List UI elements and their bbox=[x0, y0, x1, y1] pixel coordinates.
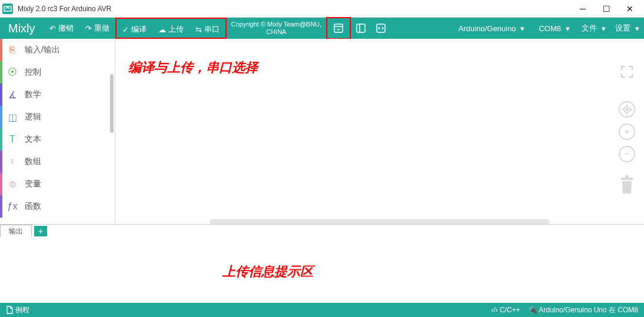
category-label: 逻辑 bbox=[25, 112, 41, 122]
main-area: ⎘ 输入/输出 ⦿ 控制 ∡ 数学 ◫ 逻辑 T 文本 ⦂ 数组 ⦶ 变量 ƒx… bbox=[0, 39, 644, 224]
category-icon: ∡ bbox=[6, 88, 19, 101]
serial-button[interactable]: ⇆ 串口 bbox=[190, 19, 225, 40]
upload-icon: ☁ bbox=[158, 25, 166, 34]
annotation-box-compile: ✓ 编译 ☁ 上传 ⇆ 串口 bbox=[115, 18, 227, 39]
category-icon: T bbox=[6, 133, 19, 146]
canvas-controls: + − bbox=[618, 65, 636, 194]
code-icon: ‹/› bbox=[491, 306, 497, 314]
svg-rect-2 bbox=[357, 24, 365, 32]
examples-link[interactable]: 例程 bbox=[15, 305, 29, 315]
compile-button[interactable]: ✓ 编译 bbox=[117, 19, 152, 40]
category-label: 数组 bbox=[25, 156, 41, 167]
upload-button[interactable]: ☁ 上传 bbox=[152, 19, 190, 40]
category-color-strip bbox=[0, 195, 2, 218]
category-icon: ⎘ bbox=[6, 44, 19, 56]
annotation-box-panel bbox=[326, 17, 351, 39]
svg-rect-11 bbox=[621, 178, 633, 180]
close-button[interactable]: ✕ bbox=[618, 1, 642, 17]
zoom-out-button[interactable]: − bbox=[619, 146, 635, 162]
statusbar: 例程 ‹/› C/C++ 🔌 Arduino/Genuino Uno 在 COM… bbox=[0, 303, 644, 317]
category-icon: ⦂ bbox=[6, 155, 19, 168]
annotation-text-bottom: 上传信息提示区 bbox=[223, 263, 313, 281]
chevron-down-icon: ▾ bbox=[635, 24, 639, 33]
board-status[interactable]: 🔌 Arduino/Genuino Uno 在 COM8 bbox=[529, 305, 638, 315]
output-panel: 上传信息提示区 bbox=[0, 237, 644, 303]
category-color-strip bbox=[0, 61, 2, 84]
category-item[interactable]: T 文本 bbox=[0, 128, 115, 151]
code-view-button[interactable] bbox=[372, 19, 390, 37]
category-color-strip bbox=[0, 173, 2, 195]
category-label: 输入/输出 bbox=[25, 45, 60, 55]
svg-point-6 bbox=[626, 109, 628, 111]
port-dropdown[interactable]: COM8 ▾ bbox=[532, 18, 577, 39]
check-icon: ✓ bbox=[122, 25, 129, 34]
output-tab-bar: 输出 + bbox=[0, 224, 644, 237]
minimize-button[interactable]: ─ bbox=[571, 1, 595, 17]
category-item[interactable]: ◫ 逻辑 bbox=[0, 106, 115, 128]
category-item[interactable]: ⦶ 变量 bbox=[0, 173, 115, 195]
sidebar-scrollbar[interactable] bbox=[110, 74, 114, 133]
category-label: 函数 bbox=[25, 201, 41, 212]
chevron-down-icon: ▾ bbox=[602, 24, 606, 33]
app-icon bbox=[2, 4, 13, 14]
annotation-text-top: 编译与上传，串口选择 bbox=[128, 59, 258, 76]
output-tab[interactable]: 输出 bbox=[0, 225, 32, 238]
plug-icon: 🔌 bbox=[529, 306, 537, 314]
category-color-strip bbox=[0, 39, 2, 61]
chevron-down-icon: ▾ bbox=[520, 24, 525, 33]
category-label: 控制 bbox=[25, 67, 41, 78]
titlebar: Mixly 2.0 rc3 For Arduino AVR ─ ☐ ✕ bbox=[0, 0, 644, 18]
category-icon: ƒx bbox=[6, 200, 19, 213]
copyright-text: Copyright © Mixly Team@BNU, CHINA bbox=[227, 21, 327, 36]
redo-button[interactable]: ↷ 重做 bbox=[79, 18, 115, 39]
undo-button[interactable]: ↶ 撤销 bbox=[44, 18, 79, 39]
file-icon bbox=[6, 306, 13, 314]
lang-indicator[interactable]: ‹/› C/C++ bbox=[491, 306, 520, 314]
category-item[interactable]: ⎘ 输入/输出 bbox=[0, 39, 115, 61]
logo: Mixly bbox=[0, 22, 44, 35]
category-icon: ◫ bbox=[6, 111, 19, 124]
serial-icon: ⇆ bbox=[195, 25, 202, 34]
add-tab-button[interactable]: + bbox=[34, 226, 47, 236]
category-item[interactable]: ∡ 数学 bbox=[0, 84, 115, 106]
category-color-strip bbox=[0, 151, 2, 173]
window-title: Mixly 2.0 rc3 For Arduino AVR bbox=[18, 5, 571, 13]
panel-toggle-button[interactable] bbox=[330, 19, 347, 37]
category-item[interactable]: ⦿ 控制 bbox=[0, 61, 115, 84]
category-color-strip bbox=[0, 106, 2, 128]
category-item[interactable]: ⦂ 数组 bbox=[0, 151, 115, 173]
undo-icon: ↶ bbox=[49, 24, 56, 33]
file-menu[interactable]: 文件 ▾ bbox=[577, 18, 610, 39]
settings-menu[interactable]: 设置 ▾ bbox=[610, 18, 644, 39]
toolbox-sidebar: ⎘ 输入/输出 ⦿ 控制 ∡ 数学 ◫ 逻辑 T 文本 ⦂ 数组 ⦶ 变量 ƒx… bbox=[0, 39, 115, 224]
category-label: 文本 bbox=[25, 134, 41, 145]
trash-button[interactable] bbox=[618, 173, 636, 194]
layout-button-1[interactable] bbox=[352, 19, 370, 37]
category-icon: ⦿ bbox=[6, 66, 19, 79]
category-label: 数学 bbox=[25, 89, 41, 100]
horizontal-scrollbar[interactable] bbox=[210, 219, 550, 224]
category-color-strip bbox=[0, 128, 2, 151]
redo-icon: ↷ bbox=[85, 24, 92, 33]
svg-rect-1 bbox=[334, 24, 343, 32]
fullscreen-button[interactable] bbox=[620, 65, 634, 79]
svg-rect-12 bbox=[625, 175, 629, 178]
chevron-down-icon: ▾ bbox=[566, 24, 570, 33]
toolbar: Mixly ↶ 撤销 ↷ 重做 ✓ 编译 ☁ 上传 ⇆ 串口 Copyright… bbox=[0, 18, 644, 39]
maximize-button[interactable]: ☐ bbox=[595, 1, 618, 17]
board-dropdown[interactable]: Arduino/Genuino ▾ bbox=[452, 18, 532, 39]
category-label: 变量 bbox=[25, 179, 41, 189]
category-item[interactable]: ƒx 函数 bbox=[0, 195, 115, 218]
zoom-in-button[interactable]: + bbox=[619, 124, 635, 140]
center-button[interactable] bbox=[619, 101, 635, 118]
workspace-canvas[interactable]: 编译与上传，串口选择 + − bbox=[115, 39, 644, 224]
category-icon: ⦶ bbox=[6, 178, 19, 191]
category-color-strip bbox=[0, 84, 2, 106]
